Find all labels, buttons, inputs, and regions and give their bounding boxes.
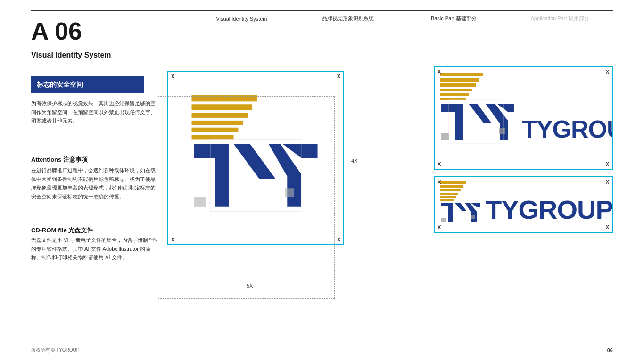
right-diagram-bottom: X X X X TYGROUP bbox=[434, 176, 613, 233]
footer-page-number: 06 bbox=[607, 347, 613, 353]
svg-rect-27 bbox=[440, 181, 466, 184]
x-marker-tl: X bbox=[171, 74, 174, 79]
center-diagram: X X X X bbox=[167, 71, 361, 245]
attentions-title: Attentions 注意事项 bbox=[31, 156, 88, 164]
svg-text:TYGROUP: TYGROUP bbox=[522, 115, 612, 143]
x-rb-bl: X bbox=[438, 224, 441, 230]
attentions-text: 在进行品牌推广过程中，会遇到各种载体环境，如在载体中因受到条件制约不能使用彩色稿… bbox=[31, 166, 158, 201]
svg-rect-14 bbox=[440, 78, 479, 82]
svg-rect-5 bbox=[191, 135, 233, 140]
svg-rect-2 bbox=[191, 113, 248, 118]
svg-rect-38 bbox=[471, 215, 475, 219]
x-tr-tl: X bbox=[438, 69, 441, 74]
tygroup-logo-bottom: TYGROUP bbox=[435, 177, 612, 232]
label-5x: 5X bbox=[247, 283, 253, 288]
svg-rect-13 bbox=[440, 73, 483, 76]
cdrom-title: CD-ROM file 光盘文件 bbox=[31, 226, 93, 235]
footer-divider bbox=[31, 344, 613, 344]
page-number: A 06 bbox=[31, 19, 82, 43]
x-marker-tr: X bbox=[337, 74, 340, 79]
x-tr-br: X bbox=[606, 161, 609, 167]
header-top-line bbox=[31, 10, 613, 11]
svg-rect-37 bbox=[441, 218, 446, 222]
label-4x: 4X bbox=[351, 158, 357, 164]
svg-rect-16 bbox=[440, 89, 472, 91]
svg-rect-29 bbox=[440, 189, 461, 191]
svg-rect-3 bbox=[191, 121, 243, 125]
page-subtitle: Visual Identity System bbox=[31, 51, 111, 59]
svg-rect-23 bbox=[441, 133, 449, 140]
svg-rect-0 bbox=[191, 95, 256, 101]
section-title-box: 标志的安全空间 bbox=[31, 76, 144, 93]
cdrom-text: 光盘文件是本 VI 手册电子文件的集合，内含手册制作时的专用软件格式。其中 AI… bbox=[31, 236, 158, 262]
x-rb-tr: X bbox=[606, 179, 609, 185]
section-body-text: 为有效保护标志的视觉效果，其周边必须保留足够的空间作为预留空间，在预留空间以外禁… bbox=[31, 99, 158, 125]
svg-rect-28 bbox=[440, 185, 463, 188]
x-marker-bl: X bbox=[171, 237, 174, 242]
top-navigation: Visual Identity System 品牌视觉形象识别系统 Basic … bbox=[189, 15, 613, 22]
svg-rect-32 bbox=[440, 199, 454, 201]
left-divider-mid bbox=[31, 150, 144, 150]
nav-item-vis: Visual Identity System bbox=[189, 16, 295, 22]
svg-rect-10 bbox=[194, 197, 206, 207]
svg-rect-17 bbox=[440, 93, 469, 96]
nav-item-basic: Basic Part 基础部分 bbox=[401, 15, 507, 22]
svg-rect-1 bbox=[191, 104, 252, 110]
svg-text:TYGROUP: TYGROUP bbox=[486, 195, 612, 224]
nav-item-cn: 品牌视觉形象识别系统 bbox=[295, 15, 401, 22]
svg-rect-31 bbox=[440, 196, 456, 198]
x-tr-tr: X bbox=[606, 69, 609, 74]
center-logo-box: X X X X bbox=[167, 71, 344, 245]
section-title-text: 标志的安全空间 bbox=[37, 81, 83, 88]
x-marker-br: X bbox=[337, 237, 340, 242]
footer-copyright: 版权所有 © TYGROUP bbox=[31, 347, 79, 354]
svg-rect-4 bbox=[191, 128, 238, 132]
svg-rect-24 bbox=[499, 128, 505, 134]
svg-rect-30 bbox=[440, 193, 458, 195]
svg-rect-11 bbox=[285, 188, 294, 197]
right-diagrams: X X X X TYGROUP bbox=[434, 66, 613, 233]
x-rb-tl: X bbox=[438, 179, 441, 185]
nav-item-app: Application Part 应用部分 bbox=[507, 15, 613, 22]
tygroup-logo-top: TYGROUP bbox=[435, 67, 612, 169]
x-rb-br: X bbox=[606, 224, 609, 230]
svg-rect-15 bbox=[440, 83, 476, 87]
x-tr-bl: X bbox=[438, 161, 441, 167]
left-divider-top bbox=[31, 70, 144, 70]
footer: 版权所有 © TYGROUP 06 bbox=[31, 344, 613, 354]
right-diagram-top: X X X X TYGROUP bbox=[434, 66, 613, 170]
svg-marker-6 bbox=[194, 144, 229, 207]
ty-logo-svg-center bbox=[168, 72, 343, 244]
footer-content: 版权所有 © TYGROUP 06 bbox=[31, 347, 613, 354]
